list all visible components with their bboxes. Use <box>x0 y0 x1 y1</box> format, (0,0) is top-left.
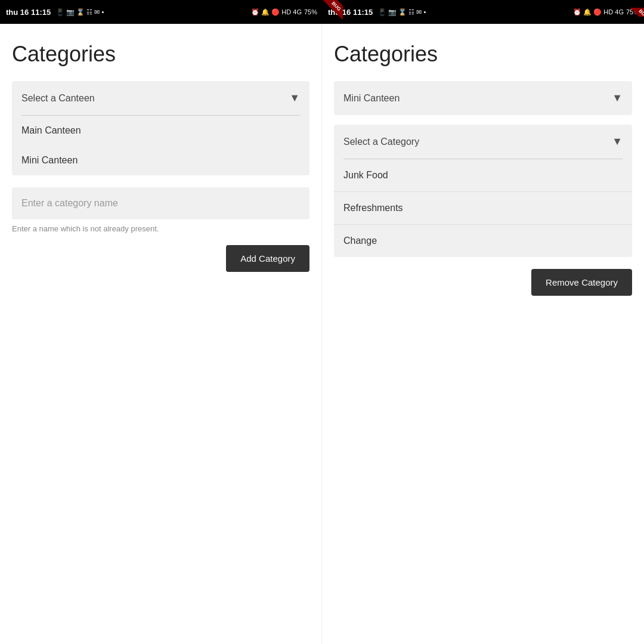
canteen-option-main[interactable]: Main Canteen <box>12 116 309 145</box>
canteen-dropdown-placeholder-left: Select a Canteen <box>21 93 95 104</box>
category-dropdown-header[interactable]: Select a Category ▼ <box>334 125 632 159</box>
right-panel: Categories Mini Canteen ▼ Select a Categ… <box>322 24 644 644</box>
remove-category-button[interactable]: Remove Category <box>531 269 632 296</box>
remove-button-container: Remove Category <box>334 257 632 296</box>
add-category-button[interactable]: Add Category <box>226 245 309 272</box>
right-panel-title: Categories <box>334 42 632 67</box>
category-dropdown-placeholder: Select a Category <box>343 137 419 147</box>
status-bar-right: thu 16 11:15 📱 📷 ⌛ ☷ ✉ • ⏰ 🔔 🔴 HD 4G 75%… <box>322 8 644 17</box>
category-item-junkfood[interactable]: Junk Food <box>334 159 632 192</box>
left-panel-title: Categories <box>12 42 309 67</box>
canteen-dropdown-header-right[interactable]: Mini Canteen ▼ <box>334 81 632 115</box>
status-bar-left: thu 16 11:15 📱 📷 ⌛ ☷ ✉ • ⏰ 🔔 🔴 HD 4G 75% <box>0 8 322 17</box>
status-bar: thu 16 11:15 📱 📷 ⌛ ☷ ✉ • ⏰ 🔔 🔴 HD 4G 75%… <box>0 0 644 24</box>
chevron-down-icon-left: ▼ <box>289 92 300 104</box>
canteen-dropdown-left[interactable]: Select a Canteen ▼ Main Canteen Mini Can… <box>12 81 309 175</box>
category-list: Junk Food Refreshments Change <box>334 159 632 257</box>
debug-ribbon-right: BUG <box>630 8 644 17</box>
canteen-dropdown-header-left[interactable]: Select a Canteen ▼ <box>12 81 309 115</box>
canteen-dropdown-right[interactable]: Mini Canteen ▼ <box>334 81 632 115</box>
debug-ribbon-left: BUG <box>323 0 343 20</box>
category-input-container: Enter a name which is not already presen… <box>12 187 309 233</box>
chevron-down-icon-right: ▼ <box>612 92 623 104</box>
input-hint: Enter a name which is not already presen… <box>12 224 309 233</box>
add-button-container: Add Category <box>12 233 309 272</box>
left-panel: Categories Select a Canteen ▼ Main Cante… <box>0 24 322 644</box>
canteen-option-mini[interactable]: Mini Canteen <box>12 145 309 175</box>
category-item-change[interactable]: Change <box>334 225 632 257</box>
category-item-refreshments[interactable]: Refreshments <box>334 192 632 225</box>
status-time-left: thu 16 11:15 <box>6 8 51 17</box>
category-name-input[interactable] <box>12 187 309 219</box>
category-dropdown-right[interactable]: Select a Category ▼ Junk Food Refreshmen… <box>334 125 632 257</box>
chevron-down-icon-category: ▼ <box>612 135 623 148</box>
canteen-selected-value: Mini Canteen <box>343 93 400 104</box>
status-icons-right: 📱 📷 ⌛ ☷ ✉ • <box>378 8 426 16</box>
canteen-options-left: Main Canteen Mini Canteen <box>12 116 309 175</box>
main-content: Categories Select a Canteen ▼ Main Cante… <box>0 24 644 644</box>
status-icons-left: 📱 📷 ⌛ ☷ ✉ • <box>56 8 104 16</box>
